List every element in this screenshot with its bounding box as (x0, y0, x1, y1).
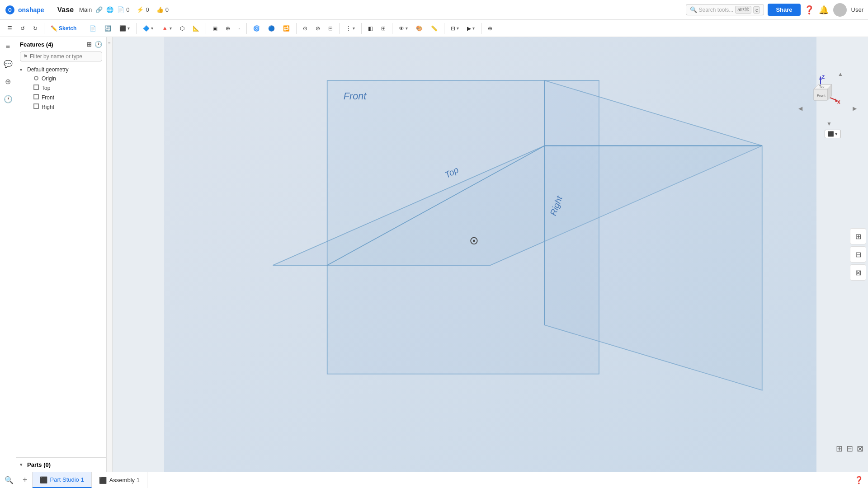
panel-btn-1[interactable]: ⊞ (850, 228, 866, 244)
divider (44, 23, 44, 34)
share-button[interactable]: Share (768, 4, 800, 16)
render-icon: 🎨 (416, 25, 423, 32)
point-button[interactable]: · (235, 23, 243, 33)
front-plane-item[interactable]: Front (16, 93, 106, 102)
origin-item[interactable]: Origin (16, 74, 106, 83)
draft-button[interactable]: 📐 (189, 23, 203, 33)
gizmo-left-arrow[interactable]: ◀ (798, 105, 802, 112)
named-views-button[interactable]: ⊡▾ (447, 23, 462, 33)
animation-button[interactable]: ▶▾ (463, 23, 478, 33)
axis-button[interactable]: ⊕ (222, 23, 234, 33)
globe-icon[interactable]: 🌐 (106, 6, 113, 13)
sketch-label: Sketch (59, 25, 76, 32)
wrap-button[interactable]: ⊟ (325, 23, 336, 33)
caret-icon: ▾ (457, 26, 459, 31)
pattern-button[interactable]: 🔵 (264, 23, 278, 33)
panel-btn-2[interactable]: ⊟ (850, 246, 866, 263)
more-button[interactable]: ⋮▾ (342, 23, 359, 33)
plane-button[interactable]: ▣ (209, 23, 221, 33)
filter-box[interactable]: ⚑ (20, 52, 102, 61)
extrude-button[interactable]: 📄 (86, 23, 100, 33)
default-geometry-item[interactable]: ▾ Default geometry (16, 65, 106, 74)
redo-button[interactable]: ↻ (29, 23, 41, 33)
section-view-button[interactable]: ◧ (364, 23, 377, 33)
chamfer-button[interactable]: 🔺▾ (158, 23, 175, 33)
shell-button[interactable]: ⬡ (176, 23, 188, 33)
search-kbd: alt/⌘ (735, 6, 751, 14)
planes-svg: Front Top Right (113, 37, 868, 472)
features-header-icons: ⊞ 🕐 (86, 41, 102, 48)
viewport[interactable]: Front Top Right Z X (113, 37, 868, 472)
zoom-fit-button[interactable]: ⊕ (484, 23, 496, 33)
history-icon[interactable]: 🕐 (94, 41, 102, 48)
split-button[interactable]: ⊘ (312, 23, 324, 33)
filter-input[interactable] (30, 53, 99, 60)
tab-assembly[interactable]: ⬛ Assembly 1 (92, 472, 147, 488)
view-select-button[interactable]: ⬛ ▾ (825, 130, 841, 138)
divider (361, 23, 362, 34)
sweep-button[interactable]: ⬛▾ (116, 23, 133, 33)
pencil-icon: ✏️ (51, 25, 57, 32)
panel-collapse-button[interactable]: ≡ (106, 37, 113, 472)
render-button[interactable]: 🎨 (412, 23, 426, 33)
sweep-icon: ⬛ (119, 25, 126, 32)
features-title: Features (4) (20, 41, 53, 48)
right-panel: ⊞ ⊟ ⊠ (848, 226, 868, 282)
sketch-button[interactable]: ✏️ Sketch (47, 23, 80, 33)
chamfer-icon: 🔺 (161, 25, 168, 32)
divider (50, 5, 50, 15)
link-icon[interactable]: 🔗 (95, 6, 103, 13)
boolean-button[interactable]: ⊙ (299, 23, 311, 33)
top-plane-item[interactable]: Top (16, 83, 106, 93)
insert-icon[interactable]: ⊞ (86, 41, 92, 48)
comment-icon[interactable]: 💬 (2, 58, 14, 70)
avatar[interactable] (833, 3, 847, 17)
svg-text:X: X (837, 100, 840, 105)
gizmo-svg: Z X Front Top (800, 73, 841, 114)
assembly-context-button[interactable]: ⊞ (377, 23, 389, 33)
add-tab-button[interactable]: + (18, 472, 33, 488)
tab-part-studio-label: Part Studio 1 (50, 476, 84, 483)
status-icon-3[interactable]: ⊠ (857, 444, 863, 454)
username[interactable]: User (851, 6, 863, 13)
divider (392, 23, 392, 34)
transform-button[interactable]: 🌀 (250, 23, 264, 33)
right-plane-item[interactable]: Right (16, 102, 106, 112)
display-icon: 👁 (399, 25, 404, 32)
panel-btn-3[interactable]: ⊠ (850, 264, 866, 281)
gizmo-right-arrow[interactable]: ▶ (853, 105, 857, 112)
tab-part-studio[interactable]: ⬛ Part Studio 1 (33, 472, 92, 488)
help-button[interactable]: ❓ (850, 476, 868, 484)
display-button[interactable]: 👁▾ (395, 23, 411, 33)
search-tools-box[interactable]: 🔍 Search tools... alt/⌘ c (686, 4, 764, 15)
view-cube-gizmo[interactable]: Z X Front Top (800, 73, 841, 114)
caret-icon: ▾ (353, 26, 355, 31)
divider (136, 23, 137, 34)
status-icon-2[interactable]: ⊟ (846, 444, 853, 454)
front-label: Front (42, 94, 54, 101)
help-icon[interactable]: ❓ (804, 5, 814, 15)
gizmo-up-button[interactable]: ▲ (838, 71, 843, 77)
divider (83, 23, 83, 34)
revolve-button[interactable]: 🔄 (101, 23, 115, 33)
fillet-button[interactable]: 🔷▾ (139, 23, 157, 33)
branch-label[interactable]: Main (79, 6, 92, 13)
parts-header[interactable]: ▾ Parts (0) (16, 460, 106, 470)
status-icon-1[interactable]: ⊞ (836, 444, 843, 454)
measure-button[interactable]: 📏 (427, 23, 441, 33)
parts-title: Parts (0) (27, 461, 51, 468)
history-icon[interactable]: 🕐 (2, 93, 14, 105)
right-label: Right (42, 104, 54, 110)
onshape-logo-icon: O (5, 5, 15, 15)
logo[interactable]: O onshape (5, 5, 44, 15)
svg-text:Top: Top (819, 85, 824, 89)
doc-title[interactable]: Vase (57, 6, 74, 14)
view-options-button[interactable]: ☰ (4, 23, 16, 33)
mirror-button[interactable]: 🔁 (279, 23, 293, 33)
search-button[interactable]: 🔍 (0, 476, 18, 484)
relations-icon[interactable]: ⊕ (3, 75, 13, 88)
undo-button[interactable]: ↺ (17, 23, 28, 33)
feature-list-icon[interactable]: ≡ (4, 41, 12, 52)
gizmo-down-button[interactable]: ▼ (826, 121, 832, 127)
notification-icon[interactable]: 🔔 (819, 5, 829, 15)
